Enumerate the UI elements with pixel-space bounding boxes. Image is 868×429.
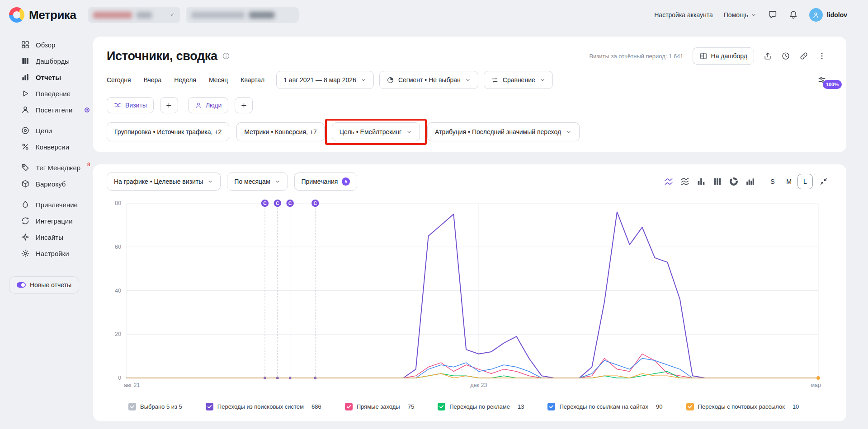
period-tab-3[interactable]: Месяц xyxy=(209,76,228,84)
conversions-icon xyxy=(21,142,30,151)
visits-metric-button[interactable]: Визиты xyxy=(107,97,154,113)
sidebar-item-variocube[interactable]: Вариокуб xyxy=(0,177,93,191)
info-icon[interactable] xyxy=(222,52,230,60)
area-chart-icon[interactable] xyxy=(678,175,692,188)
histogram-icon[interactable] xyxy=(743,175,757,188)
legend-item-0[interactable]: Переходы из поисковых систем686 xyxy=(206,403,321,410)
collapse-icon[interactable] xyxy=(819,177,828,186)
behavior-icon xyxy=(21,89,30,98)
filter-chip-goal[interactable]: Цель • Емейлтрекинг xyxy=(332,122,420,141)
grouping-select[interactable]: По месяцам xyxy=(227,173,288,191)
size-button-L[interactable]: L xyxy=(797,174,813,189)
legend-select-all[interactable]: Выбрано 5 из 5 xyxy=(128,403,182,410)
legend-item-3[interactable]: Переходы по ссылкам на сайтах90 xyxy=(547,403,662,410)
sidebar-item-insights[interactable]: Инсайты xyxy=(0,230,93,244)
notifications-bell-icon[interactable] xyxy=(788,10,798,20)
sidebar-item-goals[interactable]: Цели xyxy=(0,124,93,137)
svg-text:C: C xyxy=(263,201,267,206)
legend-checkbox[interactable] xyxy=(128,403,136,410)
legend-checkbox[interactable] xyxy=(438,403,445,410)
new-reports-button[interactable]: Новые отчеты xyxy=(9,276,79,294)
chart-type-switcher xyxy=(662,175,757,188)
legend-item-1[interactable]: Прямые заходы75 xyxy=(345,403,414,410)
legend-label: Переходы по ссылкам на сайтах xyxy=(559,403,648,410)
new-reports-label: Новые отчеты xyxy=(30,281,71,289)
sidebar-item-visitors[interactable]: Посетители xyxy=(0,103,93,117)
sidebar-item-label: Поведение xyxy=(36,90,71,98)
redacted-counter-name xyxy=(191,12,245,19)
sidebar-item-label: Обзор xyxy=(36,41,55,49)
sidebar-item-dashboards[interactable]: Дашборды xyxy=(0,54,93,68)
line-chart[interactable]: 020406080авг 21дек 23марCCCC xyxy=(107,197,824,390)
size-button-M[interactable]: M xyxy=(781,174,797,189)
counter-search-chip[interactable] xyxy=(186,7,299,23)
live-visitors-dot xyxy=(85,107,90,112)
legend-checkbox[interactable] xyxy=(345,403,353,410)
sidebar-item-label: Дашборды xyxy=(36,57,70,65)
sidebar-item-overview[interactable]: Обзор xyxy=(0,38,93,51)
visits-summary: Визиты за отчётный период: 1 641 xyxy=(589,53,683,60)
segment-picker[interactable]: Сегмент • Не выбран xyxy=(379,71,478,89)
date-range-picker[interactable]: 1 авг 2021 — 8 мар 2026 xyxy=(276,71,374,89)
add-to-dashboard-button[interactable]: На дашборд xyxy=(693,47,754,65)
chevron-down-icon xyxy=(750,12,757,18)
sidebar-item-label: Цели xyxy=(36,127,52,135)
add-people-metric-button[interactable] xyxy=(235,97,253,113)
add-visits-metric-button[interactable] xyxy=(160,97,178,113)
svg-text:60: 60 xyxy=(115,244,121,250)
legend-item-2[interactable]: Переходы по рекламе13 xyxy=(438,403,524,410)
period-tab-2[interactable]: Неделя xyxy=(174,76,196,84)
chevron-down-icon xyxy=(406,129,412,135)
sidebar-item-acquisition[interactable]: Привлечение xyxy=(0,198,93,211)
user-menu[interactable]: lidolov xyxy=(809,8,847,22)
stacked-bar-icon[interactable] xyxy=(711,175,724,188)
note-marker[interactable]: C xyxy=(274,199,282,207)
sidebar-item-conversions[interactable]: Конверсии xyxy=(0,140,93,154)
more-menu-icon[interactable] xyxy=(817,51,826,61)
bar-chart-icon[interactable] xyxy=(694,175,708,188)
history-icon[interactable] xyxy=(781,51,790,61)
sidebar-item-reports[interactable]: Отчеты xyxy=(0,70,93,84)
size-button-S[interactable]: S xyxy=(765,174,780,189)
account-settings-link[interactable]: Настройка аккаунта xyxy=(654,11,713,19)
note-marker[interactable]: C xyxy=(261,199,269,207)
donut-chart-icon[interactable] xyxy=(727,175,741,188)
people-metric-button[interactable]: Люди xyxy=(188,97,228,113)
legend-checkbox[interactable] xyxy=(686,403,694,410)
filter-chip-attribution[interactable]: Атрибуция • Последний значимый переход xyxy=(427,122,580,141)
period-tab-4[interactable]: Квартал xyxy=(241,76,264,84)
sidebar-item-behavior[interactable]: Поведение xyxy=(0,87,93,100)
chat-icon[interactable] xyxy=(768,10,778,20)
sidebar-item-integrations[interactable]: Интеграции xyxy=(0,214,93,228)
close-icon[interactable] xyxy=(170,12,175,18)
filter-chip-metrics[interactable]: Метрики • Конверсия, +7 xyxy=(236,122,324,141)
top-right-nav: Настройка аккаунта Помощь lidolov xyxy=(654,8,847,22)
svg-text:мар: мар xyxy=(811,382,821,388)
legend-checkbox[interactable] xyxy=(547,403,555,410)
note-marker[interactable]: C xyxy=(286,199,294,207)
comparison-picker[interactable]: Сравнение xyxy=(484,71,553,89)
svg-text:C: C xyxy=(288,201,292,206)
line-chart-icon[interactable] xyxy=(662,175,675,188)
reports-icon xyxy=(21,73,30,82)
legend-label: Прямые заходы xyxy=(357,403,400,410)
period-tabs: СегодняВчераНеделяМесяцКвартал xyxy=(107,76,264,84)
note-marker[interactable]: C xyxy=(311,199,319,207)
share-icon[interactable] xyxy=(763,51,772,61)
period-tab-0[interactable]: Сегодня xyxy=(107,76,131,84)
metrica-logo[interactable]: Метрика xyxy=(9,7,76,23)
chevron-down-icon xyxy=(566,129,572,135)
counter-chip[interactable] xyxy=(88,7,180,23)
period-tab-1[interactable]: Вчера xyxy=(144,76,162,84)
sidebar-item-tag-manager[interactable]: Тег Менеджер8 xyxy=(0,161,93,174)
help-menu[interactable]: Помощь xyxy=(724,11,757,19)
sidebar-item-settings[interactable]: Настройки xyxy=(0,247,93,260)
notes-button[interactable]: Примечания 5 xyxy=(294,173,358,191)
on-chart-select[interactable]: На графике • Целевые визиты xyxy=(107,173,221,191)
copy-link-icon[interactable] xyxy=(799,51,808,61)
legend-item-4[interactable]: Переходы с почтовых рассылок10 xyxy=(686,403,799,410)
filter-chip-grouping[interactable]: Группировка • Источник трафика, +2 xyxy=(107,122,229,141)
legend-label: Переходы из поисковых систем xyxy=(217,403,304,410)
legend-checkbox[interactable] xyxy=(206,403,213,410)
compare-icon xyxy=(491,76,499,84)
